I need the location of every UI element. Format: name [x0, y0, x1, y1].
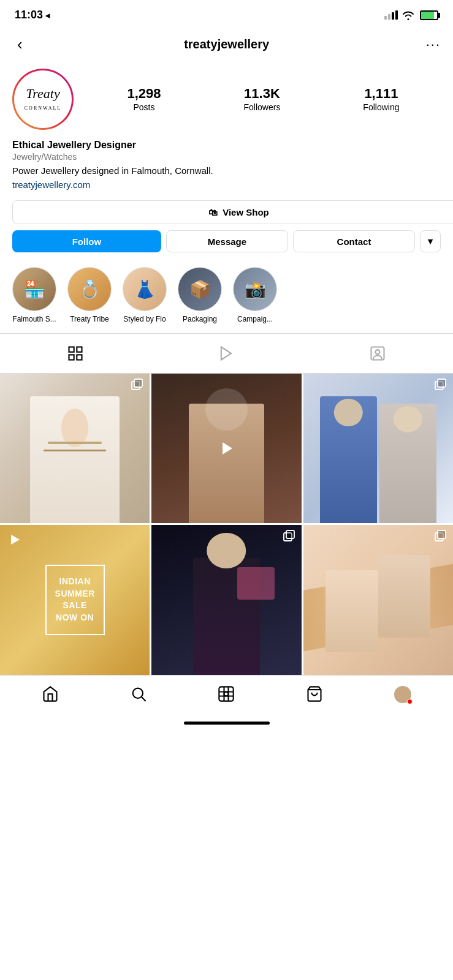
gallery-indicator-3 — [435, 379, 448, 392]
highlight-styled-by-flo-label: Styled by Flo — [123, 315, 166, 323]
svg-rect-14 — [286, 530, 294, 538]
following-stat[interactable]: 1,111 Following — [363, 86, 399, 113]
status-bar: 11:03 ◂ — [0, 0, 453, 26]
svg-rect-2 — [69, 355, 74, 360]
highlight-packaging-label: Packaging — [183, 315, 217, 323]
svg-rect-11 — [438, 379, 446, 387]
highlight-falmouth[interactable]: 🏪 Falmouth S... — [12, 267, 56, 323]
posts-count: 1,298 — [127, 86, 161, 102]
home-indicator — [0, 717, 453, 727]
svg-rect-8 — [134, 379, 142, 387]
highlights-row: 🏪 Falmouth S... 💍 Treaty Tribe 👗 Styled … — [0, 262, 453, 333]
view-shop-label: View Shop — [223, 207, 269, 217]
contact-button[interactable]: Contact — [293, 230, 415, 252]
highlight-falmouth-image: 🏪 — [13, 268, 56, 311]
svg-rect-16 — [438, 530, 446, 538]
post-6[interactable] — [303, 525, 453, 674]
svg-rect-19 — [219, 687, 234, 701]
highlight-packaging-image: 📦 — [178, 268, 221, 311]
highlight-treaty-tribe[interactable]: 💍 Treaty Tribe — [67, 267, 112, 323]
bio-section: Ethical Jewellery Designer Jewelry/Watch… — [0, 140, 453, 200]
following-count: 1,111 — [363, 86, 399, 102]
posts-stat[interactable]: 1,298 Posts — [127, 86, 161, 113]
play-indicator-2 — [215, 437, 237, 459]
svg-rect-0 — [69, 347, 74, 352]
nav-search-button[interactable] — [128, 683, 150, 707]
search-icon — [130, 685, 147, 703]
avatar-subname: CORNWALL — [25, 105, 61, 111]
back-button[interactable]: ‹ — [12, 32, 28, 56]
following-label: Following — [363, 102, 399, 112]
gallery-indicator-6 — [435, 530, 448, 543]
content-tabs — [0, 333, 453, 374]
shop-icon: 🛍 — [208, 207, 218, 217]
more-options-button[interactable]: ··· — [426, 37, 441, 53]
gallery-indicator-5 — [283, 530, 297, 543]
svg-marker-4 — [221, 347, 231, 360]
action-buttons: Follow Message Contact ▾ — [0, 230, 453, 262]
highlight-styled-by-flo[interactable]: 👗 Styled by Flo — [123, 267, 167, 323]
svg-point-6 — [375, 350, 379, 354]
highlight-campaign[interactable]: 📸 Campaig... — [233, 267, 277, 323]
bio-category: Jewelry/Watches — [12, 152, 441, 162]
post-2[interactable] — [151, 374, 301, 523]
profile-username: treatyjewellery — [184, 37, 269, 51]
post-4[interactable]: INDIANSUMMERSALENOW ON — [0, 525, 150, 674]
followers-stat[interactable]: 11.3K Followers — [243, 86, 280, 113]
highlight-campaign-image: 📸 — [234, 268, 276, 311]
profile-header: ‹ treatyjewellery ··· — [0, 26, 453, 64]
highlight-campaign-label: Campaig... — [237, 315, 273, 323]
nav-profile-avatar — [394, 686, 411, 703]
post-3[interactable] — [303, 374, 453, 523]
svg-marker-9 — [223, 442, 232, 454]
bio-text: Power Jewellery designed in Falmouth, Co… — [12, 164, 441, 177]
svg-rect-1 — [77, 347, 82, 352]
post-5[interactable] — [151, 525, 301, 674]
play-icon — [218, 345, 235, 362]
battery-icon — [420, 10, 438, 20]
svg-point-20 — [224, 692, 229, 696]
bio-display-name: Ethical Jewellery Designer — [12, 140, 441, 151]
nav-reels-button[interactable] — [215, 683, 237, 707]
home-pill — [184, 722, 270, 725]
notification-dot — [407, 699, 413, 704]
gallery-indicator-1 — [131, 379, 145, 392]
grid-icon — [67, 345, 84, 362]
stats-row: 1,298 Posts 11.3K Followers 1,111 Follow… — [86, 86, 441, 113]
reels-icon — [218, 685, 235, 703]
nav-shop-button[interactable] — [303, 683, 325, 707]
tab-reels[interactable] — [205, 341, 247, 366]
highlight-packaging[interactable]: 📦 Packaging — [178, 267, 222, 323]
posts-grid: INDIANSUMMERSALENOW ON — [0, 374, 453, 675]
bottom-nav — [0, 675, 453, 717]
dropdown-button[interactable]: ▾ — [420, 230, 441, 252]
post-1[interactable] — [0, 374, 150, 523]
follow-button[interactable]: Follow — [12, 230, 161, 252]
followers-count: 11.3K — [243, 86, 280, 102]
tab-tagged[interactable] — [357, 341, 398, 366]
home-icon — [42, 685, 59, 703]
sale-overlay-text: INDIANSUMMERSALENOW ON — [55, 576, 95, 624]
profile-section: Treaty CORNWALL 1,298 Posts 11.3K Follow… — [0, 64, 453, 140]
bio-link[interactable]: treatyjewellery.com — [12, 179, 90, 190]
play-indicator-4 — [7, 532, 22, 547]
avatar-name: Treaty — [25, 86, 61, 101]
person-icon — [369, 345, 386, 362]
svg-line-18 — [142, 697, 145, 701]
nav-home-button[interactable] — [39, 683, 61, 707]
highlight-falmouth-label: Falmouth S... — [12, 315, 56, 323]
svg-marker-12 — [11, 535, 20, 545]
status-time: 11:03 — [15, 9, 43, 21]
shop-icon — [306, 685, 323, 703]
signal-icon — [384, 10, 398, 20]
svg-rect-3 — [77, 355, 82, 360]
nav-profile-button[interactable] — [392, 684, 414, 706]
posts-label: Posts — [133, 102, 154, 112]
view-shop-button[interactable]: 🛍 View Shop — [12, 200, 453, 224]
tab-grid[interactable] — [55, 341, 96, 366]
highlight-flo-image: 👗 — [123, 268, 166, 311]
avatar[interactable]: Treaty CORNWALL — [12, 69, 74, 130]
svg-point-17 — [132, 688, 142, 698]
message-button[interactable]: Message — [166, 230, 288, 252]
highlight-tribe-image: 💍 — [68, 268, 111, 311]
